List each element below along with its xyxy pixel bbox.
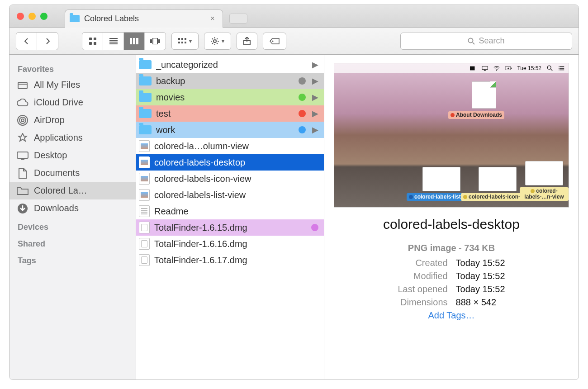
airdrop-icon	[17, 115, 28, 125]
airplay-icon	[482, 65, 488, 71]
sidebar-item-all-my-files[interactable]: All My Files	[9, 76, 136, 94]
svg-rect-20	[18, 82, 27, 89]
action-dropdown[interactable]: ▾	[204, 33, 231, 50]
file-name: test	[156, 109, 294, 119]
list-icon	[559, 65, 565, 71]
back-button[interactable]	[16, 33, 37, 50]
file-row[interactable]: Readme	[136, 203, 324, 219]
preview-thumbnail: Tue 15:52 About Downloads colored-labels…	[334, 63, 569, 208]
view-icons-button[interactable]	[82, 33, 103, 50]
thumb-clock: Tue 15:52	[517, 65, 541, 71]
svg-rect-10	[178, 38, 180, 40]
file-name: colored-labels-icon-view	[154, 174, 318, 184]
meta-val-dimensions: 888 × 542	[456, 297, 505, 308]
file-row[interactable]: TotalFinder-1.6.17.dmg	[136, 252, 324, 268]
documents-icon	[17, 168, 28, 178]
view-mode-group	[82, 32, 166, 50]
apps-icon	[17, 133, 28, 143]
svg-point-31	[547, 66, 551, 69]
arrange-dropdown[interactable]: ▾	[171, 33, 199, 50]
meta-val-modified: Today 15:52	[456, 271, 505, 281]
svg-rect-11	[181, 38, 183, 40]
zoom-window-button[interactable]	[40, 13, 47, 20]
meta-val-created: Today 15:52	[456, 258, 505, 268]
sidebar-item-icloud-drive[interactable]: iCloud Drive	[9, 94, 136, 111]
file-name: TotalFinder-1.6.16.dmg	[154, 239, 318, 249]
file-row[interactable]: movies▶	[136, 89, 324, 105]
svg-point-22	[19, 117, 26, 123]
file-row[interactable]: colored-la…olumn-view	[136, 138, 324, 154]
view-columns-button[interactable]	[124, 33, 145, 50]
svg-point-21	[21, 119, 24, 122]
sidebar-item-label: All My Files	[34, 80, 128, 90]
sidebar-item-desktop[interactable]: Desktop	[9, 147, 136, 164]
sidebar-item-applications[interactable]: Applications	[9, 129, 136, 147]
nav-buttons	[16, 32, 58, 50]
chevron-right-icon: ▶	[312, 109, 318, 119]
cloud-icon	[17, 98, 28, 108]
sidebar-item-downloads[interactable]: Downloads	[9, 199, 136, 217]
desktop-icon	[17, 151, 28, 161]
finder-window: Colored Labels × ▾ ▾	[9, 5, 579, 380]
svg-rect-7	[150, 39, 152, 43]
thumb-label-about: About Downloads	[448, 111, 504, 119]
sidebar-item-colored-la-[interactable]: Colored La…	[9, 182, 136, 199]
search-field[interactable]: Search	[400, 33, 572, 50]
view-coverflow-button[interactable]	[145, 33, 166, 50]
search-placeholder: Search	[479, 36, 504, 46]
sidebar: FavoritesAll My FilesiCloud DriveAirDrop…	[9, 55, 136, 380]
grid-icon	[178, 38, 186, 44]
file-row[interactable]: _uncategorized▶	[136, 57, 324, 73]
close-tab-button[interactable]: ×	[209, 15, 216, 22]
file-name: Readme	[154, 206, 318, 217]
file-row[interactable]: TotalFinder-1.6.15.dmg	[136, 219, 324, 236]
svg-point-33	[559, 68, 559, 69]
sidebar-item-label: Colored La…	[34, 185, 128, 196]
file-row[interactable]: TotalFinder-1.6.16.dmg	[136, 236, 324, 252]
dmg-file-icon	[139, 238, 150, 250]
preview-pane: Tue 15:52 About Downloads colored-labels…	[324, 55, 579, 380]
thumb-caption-text: colored-labels-…n-view	[524, 188, 564, 200]
share-button[interactable]	[237, 33, 257, 50]
battery-icon	[505, 65, 512, 71]
svg-rect-13	[178, 42, 180, 43]
color-tag-dot	[299, 110, 306, 117]
file-name: movies	[156, 92, 294, 103]
svg-rect-5	[133, 38, 135, 44]
svg-rect-30	[511, 67, 512, 69]
svg-point-19	[469, 38, 473, 43]
add-tags-link[interactable]: Add Tags…	[428, 310, 474, 321]
text-file-icon	[139, 205, 150, 217]
thumb-caption-text: About Downloads	[456, 112, 502, 118]
file-row[interactable]: test▶	[136, 105, 324, 122]
thumb-file-about	[472, 81, 496, 109]
sidebar-heading: Devices	[9, 217, 136, 234]
file-row[interactable]: colored-labels-list-view	[136, 187, 324, 203]
view-list-button[interactable]	[103, 33, 124, 50]
svg-point-28	[497, 70, 498, 71]
svg-rect-1	[94, 38, 96, 40]
sidebar-item-label: AirDrop	[34, 115, 128, 125]
sidebar-item-label: iCloud Drive	[34, 97, 128, 108]
folder-icon	[139, 76, 152, 85]
active-tab[interactable]: Colored Labels ×	[65, 9, 223, 28]
chevron-down-icon: ▾	[189, 38, 192, 44]
close-window-button[interactable]	[17, 13, 24, 20]
file-row[interactable]: work▶	[136, 122, 324, 138]
minimize-window-button[interactable]	[28, 13, 36, 20]
thumb-menubar: Tue 15:52	[334, 63, 569, 73]
svg-rect-3	[94, 42, 96, 45]
file-row[interactable]: colored-labels-icon-view	[136, 171, 324, 187]
file-name: _uncategorized	[156, 60, 306, 70]
file-row[interactable]: backup▶	[136, 73, 324, 89]
forward-button[interactable]	[37, 33, 58, 50]
sidebar-item-documents[interactable]: Documents	[9, 164, 136, 182]
sidebar-item-airdrop[interactable]: AirDrop	[9, 111, 136, 129]
tags-button[interactable]	[263, 33, 286, 50]
new-tab-button[interactable]	[229, 14, 247, 24]
file-row[interactable]: colored-labels-desktop	[136, 154, 324, 171]
main-content: FavoritesAll My FilesiCloud DriveAirDrop…	[9, 55, 579, 380]
file-name: TotalFinder-1.6.17.dmg	[154, 255, 318, 266]
svg-rect-4	[130, 38, 132, 44]
sidebar-item-label: Desktop	[34, 150, 128, 161]
